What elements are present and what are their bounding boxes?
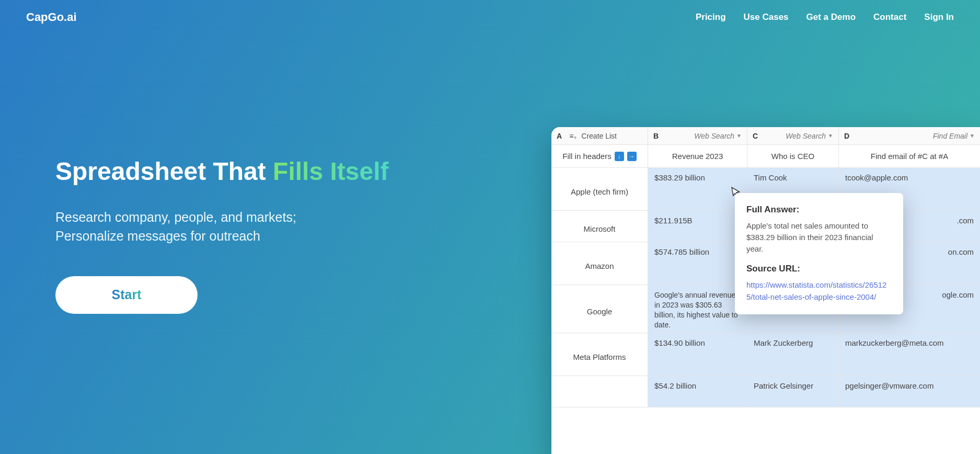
chevron-down-icon: ▼ <box>736 133 742 139</box>
col-action-find-email[interactable]: Find Email ▼ <box>933 132 975 140</box>
col-action-create-list[interactable]: Create List <box>569 132 617 140</box>
cell-revenue[interactable]: $134.90 billion <box>648 333 747 376</box>
cell-ceo[interactable]: Patrick Gelsinger <box>747 376 839 407</box>
cell-company[interactable] <box>551 376 648 407</box>
col-action-web-search-b[interactable]: Web Search ▼ <box>694 132 742 140</box>
col-action-web-search-c[interactable]: Web Search ▼ <box>786 132 833 140</box>
popup-heading-source: Source URL: <box>746 264 892 274</box>
arrow-down-icon[interactable]: ↓ <box>615 152 624 161</box>
col-header-b[interactable]: B Web Search ▼ <box>648 127 747 144</box>
cell-company[interactable]: Meta Platforms <box>551 333 648 376</box>
arrow-right-icon[interactable]: → <box>627 152 637 161</box>
table-row: $54.2 billion Patrick Gelsinger pgelsing… <box>551 376 980 407</box>
start-button[interactable]: Start <box>55 276 198 314</box>
col-letter-d: D <box>844 132 849 140</box>
header-cell-c[interactable]: Who is CEO <box>747 145 839 167</box>
cell-email[interactable]: markzuckerberg@meta.com <box>839 333 980 376</box>
cell-ceo[interactable]: Mark Zuckerberg <box>747 333 839 376</box>
cell-company[interactable]: Apple (tech firm) <box>551 168 648 210</box>
nav-get-demo[interactable]: Get a Demo <box>806 12 856 22</box>
cell-email[interactable]: pgelsinger@vmware.com <box>839 376 980 407</box>
hero-subtitle: Research company, people, and markets; P… <box>55 208 389 246</box>
col-header-d[interactable]: D Find Email ▼ <box>839 127 980 144</box>
popup-source-url[interactable]: https://www.statista.com/statistics/2651… <box>746 279 892 303</box>
nav-use-cases[interactable]: Use Cases <box>744 12 789 22</box>
cell-revenue[interactable]: $574.785 billion <box>648 242 747 285</box>
spreadsheet-preview: A Create List B Web Search ▼ C Web Searc… <box>551 127 980 454</box>
cell-company[interactable]: Microsoft <box>551 211 648 242</box>
col-letter-b: B <box>653 132 659 140</box>
answer-popup: Full Answer: Apple's total net sales amo… <box>735 193 903 314</box>
header-cell-a[interactable]: Fill in headers ↓ → <box>551 145 648 167</box>
col-header-c[interactable]: C Web Search ▼ <box>747 127 839 144</box>
cell-revenue[interactable]: Google's annual revenue in 2023 was $305… <box>648 285 747 333</box>
start-button-label: Start <box>112 287 142 302</box>
cell-revenue[interactable]: $211.915B <box>648 211 747 242</box>
cell-company[interactable]: Google <box>551 285 648 333</box>
table-row: Meta Platforms $134.90 billion Mark Zuck… <box>551 333 980 376</box>
hero-title-accent: Fills Itself <box>273 157 388 185</box>
hero-title-lead: Spreadsheet That <box>55 157 273 185</box>
create-list-icon <box>569 132 579 140</box>
nav-links: Pricing Use Cases Get a Demo Contact Sig… <box>696 12 954 22</box>
popup-answer-text: Apple's total net sales amounted to $383… <box>746 220 892 254</box>
col-header-a[interactable]: A Create List <box>551 127 648 144</box>
col-letter-c: C <box>753 132 758 140</box>
cell-revenue[interactable]: $54.2 billion <box>648 376 747 407</box>
hero-sub-line1: Research company, people, and markets; <box>55 208 389 226</box>
nav-pricing[interactable]: Pricing <box>696 12 726 22</box>
cell-company[interactable]: Amazon <box>551 242 648 285</box>
header-cell-d[interactable]: Find email of #C at #A <box>839 145 980 167</box>
chevron-down-icon: ▼ <box>970 133 975 139</box>
header-cell-b[interactable]: Revenue 2023 <box>648 145 747 167</box>
hero-sub-line2: Personalize messages for outreach <box>55 226 389 245</box>
nav-contact[interactable]: Contact <box>873 12 906 22</box>
col-letter-a: A <box>557 132 562 140</box>
logo[interactable]: CapGo.ai <box>26 10 77 24</box>
popup-heading-answer: Full Answer: <box>746 205 892 215</box>
nav-signin[interactable]: Sign In <box>924 12 954 22</box>
fill-headers-label: Fill in headers <box>562 152 611 161</box>
hero-title: Spreadsheet That Fills Itself <box>55 157 389 186</box>
chevron-down-icon: ▼ <box>828 133 833 139</box>
